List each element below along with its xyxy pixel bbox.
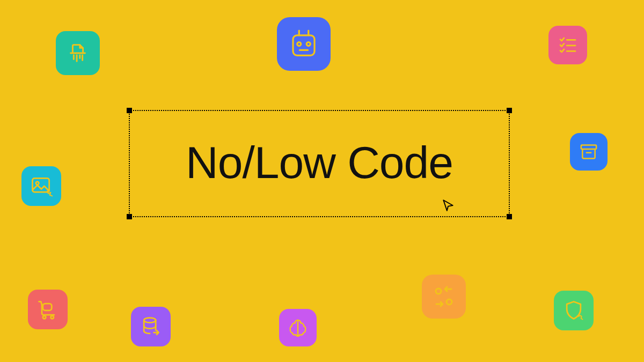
archive-icon [578, 141, 599, 162]
svg-rect-14 [33, 178, 49, 192]
selection-handle-bl[interactable] [127, 214, 132, 219]
svg-rect-7 [293, 35, 314, 56]
image-icon [30, 174, 53, 198]
svg-point-19 [43, 316, 46, 319]
tile-shredder [56, 31, 100, 75]
svg-point-24 [447, 299, 452, 305]
database-icon [139, 315, 163, 338]
tile-shield [554, 291, 594, 330]
transfer-icon [431, 284, 457, 309]
svg-point-8 [297, 42, 301, 46]
shredder-icon [65, 41, 90, 65]
cursor-icon [441, 198, 455, 215]
tile-brain [279, 309, 317, 346]
robot-icon [288, 28, 320, 60]
checklist-icon [557, 34, 579, 56]
main-title: No/Low Code [186, 137, 453, 189]
svg-point-20 [51, 316, 54, 319]
svg-rect-16 [581, 145, 596, 150]
tile-database [131, 307, 171, 346]
svg-point-9 [306, 42, 310, 46]
selection-handle-br[interactable] [507, 214, 512, 219]
svg-rect-18 [43, 304, 52, 311]
svg-point-21 [144, 318, 156, 323]
tile-checklist [548, 26, 587, 64]
tile-image [21, 166, 61, 206]
shield-icon [562, 299, 586, 322]
tile-cart [28, 290, 68, 329]
selection-handle-tl[interactable] [127, 108, 132, 113]
svg-point-23 [436, 289, 441, 294]
brain-icon [287, 316, 309, 339]
svg-point-15 [36, 182, 39, 185]
selection-handle-tr[interactable] [507, 108, 512, 113]
tile-robot [277, 17, 331, 71]
cart-icon [36, 298, 60, 321]
tile-transfer [422, 275, 466, 319]
tile-archive [570, 133, 608, 171]
